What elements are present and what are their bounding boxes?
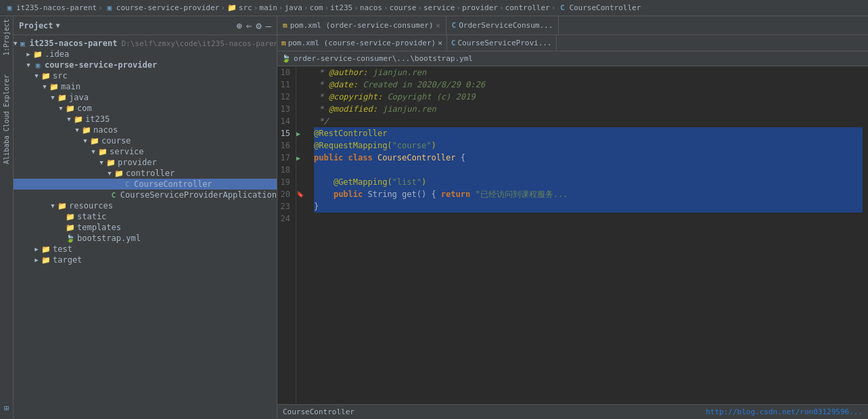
tree-arrow: ▶: [32, 246, 41, 252]
module-icon: ▣: [17, 39, 28, 48]
tree-item-java[interactable]: ▼ 📁 java: [14, 92, 277, 103]
code-line-20: public String get() { return "已经访问到课程服务.…: [314, 188, 863, 200]
status-bar: CourseController http://blog.csdn.net/ro…: [277, 404, 868, 419]
folder-icon: 📁: [97, 147, 108, 156]
tree-item-main[interactable]: ▼ 📁 main: [14, 81, 277, 92]
code-line-12: * @copyright: Copyright (c) 2019: [314, 91, 863, 103]
tree-item-com[interactable]: ▼ 📁 com: [14, 103, 277, 114]
code-line-18: [314, 164, 863, 176]
code-line-19: @GetMapping("list"): [314, 176, 863, 188]
dropdown-icon[interactable]: ▼: [56, 22, 60, 29]
tree-item-target[interactable]: ▶ 📁 target: [14, 255, 277, 265]
tree-item-course[interactable]: ▼ 📁 course: [14, 135, 277, 146]
settings-button[interactable]: ⚙: [256, 20, 261, 31]
folder-icon: 📁: [81, 125, 92, 135]
code-line-24: [314, 213, 863, 225]
class-icon: C: [557, 3, 568, 13]
breadcrumb-item[interactable]: main: [259, 3, 277, 12]
tree-arrow: ▼: [24, 62, 32, 68]
code-editor[interactable]: 10 11 12 13 14 15 16 17 18 19 20 23 24: [277, 66, 868, 404]
file-path-label: order-service-consumer\...\bootstrap.yml: [294, 54, 473, 63]
folder-src-icon: 📁: [41, 71, 51, 81]
run-gutter-icon2[interactable]: ▶: [296, 152, 309, 164]
status-url[interactable]: http://blog.csdn.net/ron03129596...: [706, 407, 863, 416]
tree-item-course-controller[interactable]: C CourseController: [14, 179, 277, 190]
code-content[interactable]: * @author: jianjun.ren * @date: Created …: [309, 66, 868, 404]
tree-arrow: ▼: [65, 116, 73, 123]
tree-arrow: ▼: [89, 148, 97, 155]
tree-label: com: [77, 104, 92, 113]
breadcrumb: ▣ it235-nacos-parent › ▣ course-service-…: [0, 0, 868, 16]
tree-label: resources: [69, 201, 113, 211]
tab-order-consumer[interactable]: C OrderServiceConsum...: [447, 16, 559, 35]
breadcrumb-class[interactable]: C CourseController: [557, 3, 641, 13]
breadcrumb-item[interactable]: java: [284, 3, 302, 12]
tree-item-static[interactable]: 📁 static: [14, 211, 277, 222]
folder-icon: 📁: [227, 3, 237, 13]
module-icon: ▣: [4, 3, 15, 13]
breadcrumb-item[interactable]: course: [390, 3, 417, 12]
tree-arrow: ▶: [32, 257, 41, 263]
tree-item-templates[interactable]: 📁 templates: [14, 222, 277, 233]
tree-item-app[interactable]: C CourseServiceProviderApplication: [14, 190, 277, 200]
tree-item-src[interactable]: ▼ 📁 src: [14, 70, 277, 81]
tree-label: bootstrap.yml: [77, 234, 141, 243]
tree-item-provider[interactable]: ▼ 📁 provider: [14, 157, 277, 168]
close-tab-button[interactable]: ✕: [436, 22, 440, 29]
tree-item-controller[interactable]: ▼ 📁 controller: [14, 168, 277, 179]
module-icon: ▣: [104, 3, 115, 13]
project-panel: Project ▼ ⊕ ⇐ ⚙ — ▼ ▣ it235-nacos-parent…: [14, 16, 277, 419]
tree-label: main: [61, 82, 81, 91]
tree-item-nacos[interactable]: ▼ 📁 nacos: [14, 125, 277, 135]
gutter: ▶ ▶ 🔖: [296, 66, 309, 404]
folder-icon: 📁: [65, 212, 76, 221]
tree-arrow: ▼: [73, 127, 81, 133]
collapse-all-button[interactable]: ⇐: [246, 20, 252, 31]
code-line-10: * @author: jianjun.ren: [314, 66, 863, 79]
breadcrumb-item[interactable]: 📁 src: [227, 3, 252, 13]
breadcrumb-item[interactable]: it235: [330, 3, 352, 12]
sidebar-alibaba-tab[interactable]: Alibaba Cloud Explorer: [1, 72, 12, 167]
minimize-button[interactable]: —: [266, 20, 271, 31]
breadcrumb-item[interactable]: ▣ course-service-provider: [104, 3, 219, 13]
tree-label: course: [101, 136, 131, 146]
breadcrumb-item[interactable]: com: [310, 3, 323, 12]
tree-item-module-csp[interactable]: ▼ ▣ course-service-provider: [14, 60, 277, 70]
folder-icon: 📁: [106, 158, 116, 167]
tree-item-test[interactable]: ▶ 📁 test: [14, 244, 277, 255]
tree-item-root-module[interactable]: ▼ ▣ it235-nacos-parent D:\self\zmxy\code…: [14, 38, 277, 49]
run-gutter-icon[interactable]: ▶: [296, 127, 309, 139]
tab-course-provider-app[interactable]: C CourseServiceProvi...: [447, 35, 557, 51]
tree-item-idea[interactable]: ▶ 📁 .idea: [14, 49, 277, 60]
tree-label: static: [77, 212, 106, 221]
maven-icon: m: [281, 39, 286, 47]
breadcrumb-item[interactable]: provider: [462, 3, 498, 12]
editor-tabs-row1: m pom.xml (order-service-consumer) ✕ C O…: [277, 16, 868, 35]
breadcrumb-item[interactable]: service: [424, 3, 455, 12]
breadcrumb-item[interactable]: ▣ it235-nacos-parent: [4, 3, 97, 13]
breadcrumb-item[interactable]: controller: [505, 3, 550, 12]
tree-item-resources[interactable]: ▼ 📁 resources: [14, 200, 277, 211]
editor-area: m pom.xml (order-service-consumer) ✕ C O…: [277, 16, 868, 419]
sidebar-icon-structure[interactable]: ⊞: [1, 403, 12, 414]
tree-label: service: [110, 147, 144, 156]
tab-pom-order[interactable]: m pom.xml (order-service-consumer) ✕: [277, 16, 447, 35]
tree-label: provider: [118, 158, 157, 167]
code-line-14: */: [314, 115, 863, 127]
tree-item-it235[interactable]: ▼ 📁 it235: [14, 114, 277, 125]
close-tab-button[interactable]: ✕: [438, 39, 442, 47]
tab-pom-course[interactable]: m pom.xml (course-service-provider) ✕: [277, 35, 447, 51]
tree-label: test: [53, 244, 72, 254]
bookmark-icon[interactable]: 🔖: [296, 188, 309, 200]
tree-arrow: [100, 192, 108, 198]
breadcrumb-item[interactable]: nacos: [360, 3, 382, 12]
tree-item-bootstrap-yml[interactable]: 🍃 bootstrap.yml: [14, 233, 277, 244]
tree-arrow: [114, 181, 122, 188]
tree-item-service[interactable]: ▼ 📁 service: [14, 146, 277, 157]
tree-arrow: ▼: [41, 83, 49, 90]
sidebar-project-tab[interactable]: 1:Project: [1, 16, 12, 58]
code-line-23: }: [314, 200, 863, 213]
spring-class-icon: C: [108, 190, 119, 200]
line-numbers: 10 11 12 13 14 15 16 17 18 19 20 23 24: [277, 66, 296, 404]
locate-file-button[interactable]: ⊕: [236, 20, 242, 31]
